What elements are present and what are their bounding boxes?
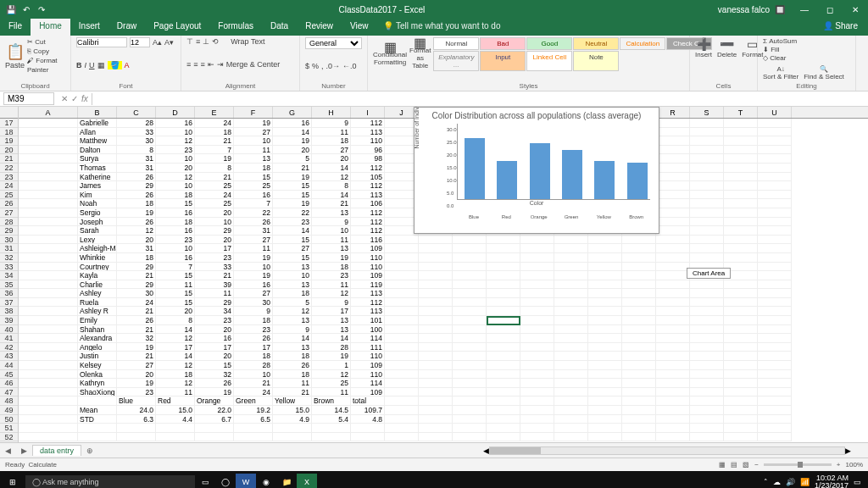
cell[interactable] [622,289,656,298]
cell[interactable] [419,236,453,245]
cell[interactable] [554,289,588,298]
cell[interactable] [520,263,554,272]
cell[interactable]: Noah [78,199,117,208]
cell[interactable]: 19 [273,136,312,146]
cell[interactable] [622,325,656,335]
cell[interactable] [234,433,273,442]
cell[interactable]: 20 [195,325,234,335]
cell[interactable] [520,334,554,343]
cell[interactable]: 24 [195,119,234,128]
cell[interactable] [554,352,588,361]
tab-page-layout[interactable]: Page Layout [145,19,209,36]
cell[interactable]: 18 [117,253,156,263]
cell[interactable] [724,316,758,325]
cell[interactable] [724,181,758,191]
cell[interactable] [690,289,724,298]
cell[interactable] [758,396,792,406]
col-header-F[interactable]: F [234,107,273,118]
cell[interactable]: 12 [156,361,195,370]
cell[interactable]: 31 [117,154,156,164]
cell[interactable] [724,164,758,173]
cell[interactable] [758,253,792,263]
excel-icon[interactable]: X [297,474,317,488]
cell[interactable] [690,343,724,352]
cell[interactable] [588,406,622,415]
cell[interactable]: 7 [156,263,195,272]
cell[interactable]: 21 [195,173,234,182]
cell-style-input[interactable]: Input [480,51,526,71]
cell[interactable]: 10 [156,128,195,137]
cell[interactable]: 109 [351,244,385,253]
align-center-icon[interactable]: ≡ [193,60,198,69]
cell[interactable] [453,236,487,245]
cell[interactable]: 11 [234,244,273,253]
row-header[interactable]: 25 [0,191,18,200]
cell[interactable]: 24.0 [117,406,156,415]
cell[interactable] [588,271,622,280]
cell[interactable]: 20 [195,236,234,245]
cell[interactable] [690,280,724,290]
cell[interactable] [453,352,487,361]
cell[interactable] [656,379,690,388]
cell[interactable] [656,271,690,280]
cell[interactable] [19,236,78,245]
cell[interactable]: 19.2 [234,406,273,415]
cell[interactable]: 11 [312,236,351,245]
name-box[interactable] [3,92,54,105]
cell[interactable] [758,280,792,290]
cell[interactable] [453,325,487,335]
cell[interactable] [487,280,520,290]
cell[interactable]: 20 [156,307,195,316]
cell[interactable]: 19 [195,388,234,397]
cell[interactable]: 21 [273,164,312,173]
cell[interactable] [758,415,792,424]
cell[interactable] [19,244,78,253]
cell[interactable]: 112 [351,181,385,191]
cell[interactable]: 16 [234,280,273,290]
cell[interactable]: 28 [117,119,156,128]
cell[interactable] [690,316,724,325]
formula-bar[interactable] [92,93,868,105]
cell[interactable] [554,379,588,388]
cell[interactable] [419,406,453,415]
taskbar-search[interactable]: ◯ Ask me anything [25,475,195,488]
cell[interactable]: 14 [273,334,312,343]
cut-button[interactable]: ✂ Cut [27,37,65,47]
cell[interactable]: 110 [351,136,385,146]
cell[interactable] [487,379,520,388]
sheet-nav-next[interactable]: ▶ [16,446,32,455]
cell[interactable] [19,316,78,325]
cell[interactable] [724,289,758,298]
cell[interactable] [656,433,690,442]
cell[interactable] [622,280,656,290]
cell[interactable] [656,146,690,155]
chart-bar[interactable] [497,161,517,199]
cell-style-normal[interactable]: Normal [433,37,479,50]
cell[interactable] [588,379,622,388]
cell[interactable] [588,325,622,335]
cell[interactable]: 5.4 [312,415,351,424]
cell[interactable]: 27 [312,146,351,155]
cell[interactable]: 12 [156,334,195,343]
cell[interactable] [588,396,622,406]
cell[interactable]: 112 [351,164,385,173]
cell[interactable] [724,253,758,263]
cell[interactable]: 4.8 [351,415,385,424]
cell[interactable]: 23 [234,325,273,335]
cell[interactable] [19,361,78,370]
cell-style-good[interactable]: Good [526,37,572,50]
cell[interactable] [758,379,792,388]
cell[interactable] [520,433,554,442]
cell[interactable]: 29 [117,280,156,290]
cell[interactable]: 15 [234,173,273,182]
tab-home[interactable]: Home [31,19,70,36]
cell[interactable] [520,343,554,352]
cell[interactable] [690,396,724,406]
cell[interactable] [385,298,419,308]
cell[interactable] [554,388,588,397]
insert-cells-icon[interactable]: ➕ [695,37,712,51]
cell[interactable]: 96 [351,146,385,155]
cell[interactable] [656,236,690,245]
cell[interactable] [419,289,453,298]
cell[interactable]: 10 [234,263,273,272]
